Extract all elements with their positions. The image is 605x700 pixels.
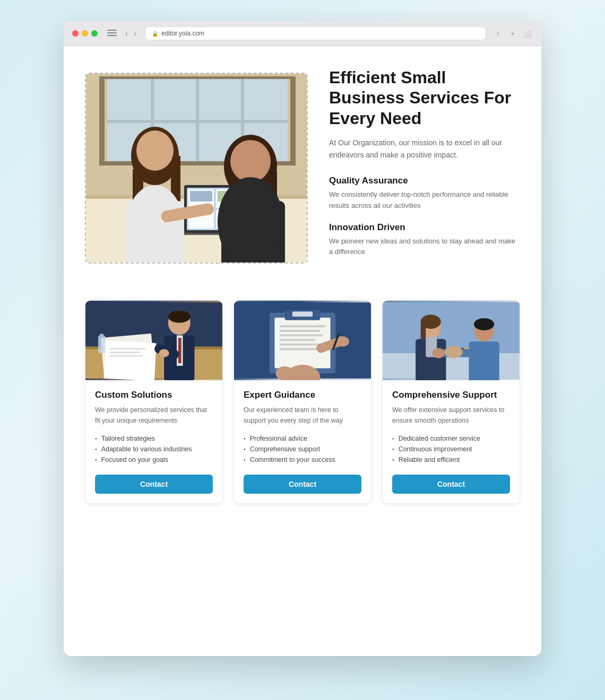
- address-bar[interactable]: 🔒 editor.yola.com: [145, 27, 486, 40]
- svg-rect-9: [290, 76, 296, 165]
- svg-point-31: [230, 140, 271, 182]
- card-3-bullet-3: Reliable and efficient: [392, 454, 510, 465]
- card-2-list: Professional advice Comprehensive suppor…: [244, 433, 361, 465]
- card-2-body: Expert Guidance Our experienced team is …: [234, 380, 371, 503]
- svg-rect-61: [280, 348, 318, 350]
- card-custom-solutions: Custom Solutions We provide personalized…: [85, 300, 223, 504]
- card-3-bullet-1: Dedicated customer service: [392, 433, 510, 444]
- forward-button[interactable]: ›: [132, 28, 139, 39]
- url-text: editor.yola.com: [161, 30, 204, 37]
- page-content: Efficient Small Business Services For Ev…: [64, 46, 541, 656]
- svg-point-66: [337, 336, 349, 346]
- minimize-button[interactable]: [82, 30, 88, 37]
- svg-rect-38: [103, 340, 156, 380]
- card-1-body: Custom Solutions We provide personalized…: [85, 380, 222, 503]
- card-1-illustration: [85, 301, 222, 380]
- feature-quality: Quality Assurance We consistently delive…: [329, 176, 520, 212]
- svg-rect-59: [280, 339, 315, 341]
- svg-point-43: [168, 311, 191, 323]
- card-3-body: Comprehensive Support We offer extensive…: [383, 380, 520, 503]
- svg-rect-57: [280, 330, 320, 332]
- card-3-desc: We offer extensive support services to e…: [392, 405, 510, 426]
- card-3-illustration: [383, 301, 520, 380]
- svg-rect-19: [190, 191, 212, 202]
- svg-rect-49: [98, 336, 105, 353]
- card-1-bullet-1: Tailored strategies: [95, 433, 213, 444]
- extensions-button[interactable]: ⬜: [522, 28, 533, 39]
- hero-illustration: [86, 74, 307, 262]
- svg-rect-55: [292, 312, 313, 317]
- card-1-image: [85, 301, 222, 380]
- svg-rect-40: [110, 352, 140, 353]
- card-1-contact-button[interactable]: Contact: [95, 475, 213, 494]
- card-expert-guidance: Expert Guidance Our experienced team is …: [234, 300, 371, 504]
- maximize-button[interactable]: [91, 30, 98, 37]
- card-3-bullet-2: Continuous improvement: [392, 444, 510, 454]
- card-2-image: [234, 301, 371, 380]
- card-2-contact-button[interactable]: Contact: [244, 475, 361, 494]
- traffic-lights: [72, 30, 98, 37]
- browser-actions: ↑ + ⬜: [492, 28, 533, 39]
- card-1-bullet-2: Adaptable to various industries: [95, 444, 213, 454]
- svg-rect-46: [178, 338, 182, 363]
- svg-point-79: [474, 318, 494, 330]
- card-3-list: Dedicated customer service Continuous im…: [392, 433, 510, 465]
- close-button[interactable]: [72, 30, 79, 37]
- card-2-desc: Our experienced team is here to support …: [244, 405, 361, 426]
- feature-innovation-title: Innovation Driven: [329, 222, 520, 233]
- nav-arrows: ‹ ›: [123, 28, 139, 39]
- svg-rect-73: [421, 324, 426, 339]
- browser-chrome: ‹ › 🔒 editor.yola.com ↑ + ⬜: [64, 21, 541, 46]
- hero-title: Efficient Small Business Services For Ev…: [329, 67, 520, 128]
- svg-rect-53: [274, 318, 330, 369]
- card-3-title: Comprehensive Support: [392, 390, 510, 400]
- hero-subtitle: At Our Organization, our mission is to e…: [329, 137, 520, 161]
- feature-quality-desc: We consistently deliver top-notch perfor…: [329, 189, 520, 212]
- card-2-bullet-2: Comprehensive support: [244, 444, 361, 454]
- card-1-list: Tailored strategies Adaptable to various…: [95, 433, 213, 465]
- svg-rect-41: [110, 355, 143, 357]
- svg-point-82: [433, 348, 445, 358]
- cards-section: Custom Solutions We provide personalized…: [85, 300, 520, 504]
- card-3-image: [383, 301, 520, 380]
- share-button[interactable]: ↑: [492, 28, 503, 39]
- feature-innovation: Innovation Driven We pioneer new ideas a…: [329, 222, 520, 258]
- hero-image: [86, 74, 307, 262]
- svg-rect-58: [280, 335, 323, 337]
- card-3-contact-button[interactable]: Contact: [392, 475, 510, 494]
- card-2-bullet-3: Commitment to your success: [244, 454, 361, 465]
- browser-window: ‹ › 🔒 editor.yola.com ↑ + ⬜: [64, 21, 541, 656]
- back-button[interactable]: ‹: [123, 28, 130, 39]
- lock-icon: 🔒: [152, 31, 158, 37]
- card-2-title: Expert Guidance: [244, 390, 361, 400]
- svg-rect-6: [102, 76, 293, 79]
- svg-rect-8: [99, 76, 105, 165]
- svg-rect-80: [469, 342, 499, 380]
- card-2-bullet-1: Professional advice: [244, 433, 361, 444]
- card-2-illustration: [234, 301, 371, 380]
- feature-innovation-desc: We pioneer new ideas and solutions to st…: [329, 236, 520, 258]
- card-1-bullet-3: Focused on your goals: [95, 454, 213, 465]
- hero-section: Efficient Small Business Services For Ev…: [85, 67, 520, 268]
- hero-text: Efficient Small Business Services For Ev…: [329, 67, 520, 268]
- svg-point-83: [445, 346, 463, 358]
- svg-rect-39: [110, 348, 145, 349]
- sidebar-toggle-icon[interactable]: [107, 30, 117, 37]
- svg-point-24: [136, 130, 174, 171]
- new-tab-button[interactable]: +: [507, 28, 518, 39]
- svg-rect-56: [280, 325, 325, 327]
- card-1-desc: We provide personalized services that fi…: [95, 405, 213, 426]
- feature-quality-title: Quality Assurance: [329, 176, 520, 186]
- svg-rect-64: [277, 369, 295, 379]
- card-1-title: Custom Solutions: [95, 390, 213, 400]
- hero-image-container: [85, 73, 308, 264]
- card-comprehensive-support: Comprehensive Support We offer extensive…: [382, 300, 520, 504]
- svg-rect-50: [100, 334, 104, 337]
- svg-point-48: [159, 349, 169, 357]
